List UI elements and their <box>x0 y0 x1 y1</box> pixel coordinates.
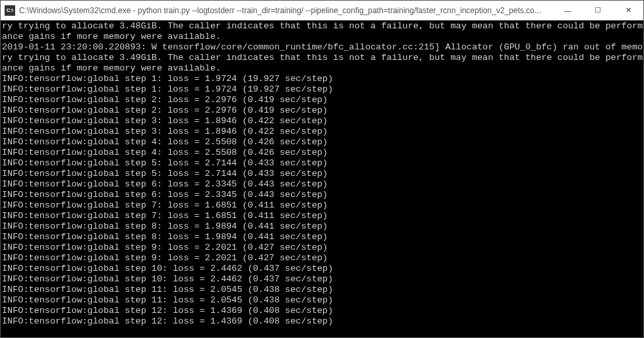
titlebar[interactable]: C:\ C:\Windows\System32\cmd.exe - python… <box>1 1 643 20</box>
terminal-line: INFO:tensorflow:global step 8: loss = 1.… <box>2 221 642 232</box>
terminal-line: INFO:tensorflow:global step 11: loss = 2… <box>2 285 642 295</box>
terminal-line: INFO:tensorflow:global step 8: loss = 1.… <box>2 232 642 242</box>
terminal-line: ance gains if more memory were available… <box>2 32 642 42</box>
cmd-window: C:\ C:\Windows\System32\cmd.exe - python… <box>0 0 644 338</box>
terminal-line: 2019-01-11 23:20:00.220893: W tensorflow… <box>2 42 642 53</box>
terminal-line: INFO:tensorflow:global step 3: loss = 1.… <box>2 127 642 137</box>
cmd-icon: C:\ <box>5 5 15 16</box>
terminal-output[interactable]: ry trying to allocate 3.48GiB. The calle… <box>1 20 643 337</box>
terminal-line: INFO:tensorflow:global step 12: loss = 1… <box>2 306 642 316</box>
terminal-line: INFO:tensorflow:global step 6: loss = 2.… <box>2 190 642 200</box>
terminal-line: ry trying to allocate 3.49GiB. The calle… <box>2 53 642 63</box>
minimize-button[interactable]: — <box>552 1 583 20</box>
terminal-line: INFO:tensorflow:global step 5: loss = 2.… <box>2 169 642 179</box>
terminal-line: INFO:tensorflow:global step 1: loss = 1.… <box>2 84 642 95</box>
terminal-line: INFO:tensorflow:global step 11: loss = 2… <box>2 295 642 306</box>
terminal-line: INFO:tensorflow:global step 4: loss = 2.… <box>2 137 642 148</box>
terminal-line: INFO:tensorflow:global step 5: loss = 2.… <box>2 158 642 169</box>
close-button[interactable]: ✕ <box>613 1 643 20</box>
terminal-line: INFO:tensorflow:global step 10: loss = 2… <box>2 264 642 274</box>
window-title: C:\Windows\System32\cmd.exe - python tra… <box>19 6 552 15</box>
terminal-line: INFO:tensorflow:global step 10: loss = 2… <box>2 274 642 285</box>
terminal-line: INFO:tensorflow:global step 1: loss = 1.… <box>2 74 642 84</box>
terminal-line: ance gains if more memory were available… <box>2 63 642 74</box>
terminal-line: ry trying to allocate 3.48GiB. The calle… <box>2 21 642 32</box>
terminal-line: INFO:tensorflow:global step 9: loss = 2.… <box>2 253 642 264</box>
terminal-line: INFO:tensorflow:global step 7: loss = 1.… <box>2 200 642 211</box>
window-controls: — ☐ ✕ <box>552 1 643 20</box>
terminal-line: INFO:tensorflow:global step 4: loss = 2.… <box>2 148 642 158</box>
terminal-line: INFO:tensorflow:global step 2: loss = 2.… <box>2 95 642 105</box>
terminal-line: INFO:tensorflow:global step 12: loss = 1… <box>2 316 642 327</box>
terminal-line: INFO:tensorflow:global step 3: loss = 1.… <box>2 116 642 127</box>
terminal-line: INFO:tensorflow:global step 9: loss = 2.… <box>2 242 642 253</box>
terminal-line: INFO:tensorflow:global step 7: loss = 1.… <box>2 211 642 221</box>
terminal-line: INFO:tensorflow:global step 2: loss = 2.… <box>2 105 642 116</box>
maximize-button[interactable]: ☐ <box>583 1 613 20</box>
terminal-line: INFO:tensorflow:global step 6: loss = 2.… <box>2 179 642 190</box>
